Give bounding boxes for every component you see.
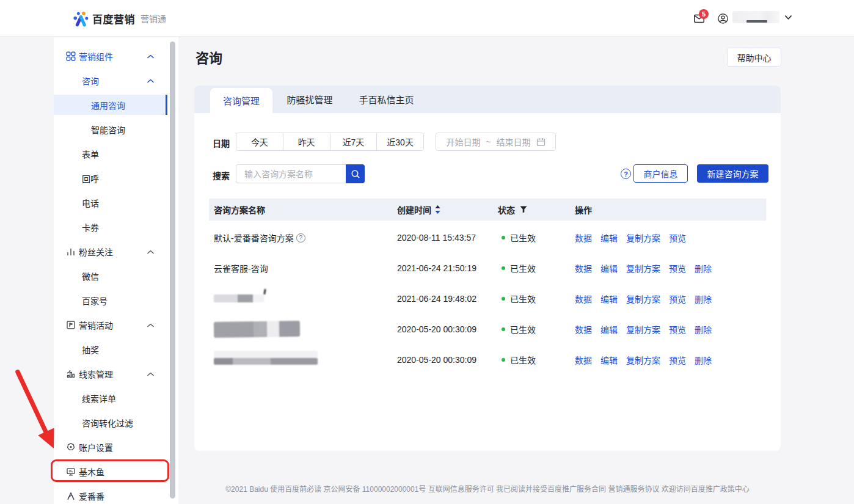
tab-shoubai-private-message[interactable]: 手百私信主页: [354, 86, 418, 113]
tab-anti-harassment[interactable]: 防骚扰管理: [282, 86, 338, 113]
table-body: 默认-爱番番咨询方案?2020-08-11 15:43:57已生效数据编辑复制方…: [209, 222, 766, 375]
action-link-edit[interactable]: 编辑: [600, 262, 618, 274]
sidebar-item-label: 表单: [82, 148, 99, 160]
sidebar-item-label: 咨询转化过滤: [82, 417, 133, 429]
search-input[interactable]: [236, 164, 346, 183]
sidebar-item-label: 线索详单: [82, 392, 116, 404]
page-footer: ©2021 Baidu 使用百度前必读 京公网安备 11000002000001…: [194, 483, 781, 494]
status-dot: [502, 327, 505, 331]
sidebar-item-label: 粉丝关注: [79, 246, 113, 258]
sidebar-item-6[interactable]: 电话: [54, 191, 167, 215]
sidebar-item-18[interactable]: 爱番番: [54, 484, 167, 504]
action-link-preview[interactable]: 预览: [669, 354, 686, 366]
action-link-data[interactable]: 数据: [575, 232, 592, 244]
merchant-info-button[interactable]: 商户信息: [633, 164, 688, 183]
sidebar-item-7[interactable]: 卡券: [54, 215, 167, 239]
redacted-plan-name: [214, 351, 318, 358]
sidebar-item-4[interactable]: 表单: [54, 142, 167, 166]
sidebar-item-label: 营销活动: [79, 319, 113, 331]
chevron-up-icon: [147, 323, 154, 327]
sidebar-item-11[interactable]: 营销活动: [54, 313, 167, 337]
cell-plan-name: [209, 345, 397, 375]
sidebar-item-8[interactable]: 粉丝关注: [54, 239, 167, 264]
sidebar-menu: 营销组件 咨询 通用咨询 智能咨询 表单 回呼 电话 卡券 粉丝关注 微信 百家…: [54, 44, 167, 504]
tab-strip: 咨询管理 防骚扰管理 手百私信主页: [194, 86, 781, 113]
grid-icon: [66, 51, 76, 61]
date-preset-0[interactable]: 今天: [236, 133, 283, 150]
date-preset-1[interactable]: 昨天: [283, 133, 330, 150]
tab-consult-management[interactable]: 咨询管理: [210, 88, 272, 113]
sidebar-item-0[interactable]: 营销组件: [54, 44, 167, 68]
sidebar-item-5[interactable]: 回呼: [54, 166, 167, 191]
date-range-picker[interactable]: 开始日期 ~ 结束日期: [436, 133, 556, 151]
table-header-row: 咨询方案名称 创建时间 状态 操作: [209, 199, 766, 221]
sidebar-item-15[interactable]: 咨询转化过滤: [54, 411, 167, 435]
action-link-copy[interactable]: 复制方案: [626, 354, 660, 366]
sidebar-item-14[interactable]: 线索详单: [54, 386, 167, 411]
table-row: 2021-06-24 19:48:02已生效数据编辑复制方案预览删除: [209, 283, 766, 314]
action-link-edit[interactable]: 编辑: [600, 354, 618, 366]
sidebar-item-2[interactable]: 通用咨询: [54, 93, 167, 117]
action-link-preview[interactable]: 预览: [669, 262, 686, 274]
sidebar-scrollbar-thumb[interactable]: [170, 42, 175, 499]
column-created-time[interactable]: 创建时间: [397, 203, 498, 216]
status-dot: [502, 266, 505, 270]
status-text: 已生效: [510, 232, 536, 244]
date-preset-2[interactable]: 近7天: [330, 133, 377, 150]
action-link-delete[interactable]: 删除: [695, 323, 712, 335]
question-circle-icon[interactable]: ?: [621, 169, 631, 179]
action-link-copy[interactable]: 复制方案: [626, 323, 660, 335]
column-status[interactable]: 状态: [498, 203, 573, 216]
sidebar-item-9[interactable]: 微信: [54, 264, 167, 288]
action-link-copy[interactable]: 复制方案: [626, 293, 660, 305]
action-link-data[interactable]: 数据: [575, 293, 592, 305]
sidebar-item-13[interactable]: 线索管理: [54, 362, 167, 386]
account-name-redacted[interactable]: [732, 11, 779, 23]
table-row: 默认-爱番番咨询方案?2020-08-11 15:43:57已生效数据编辑复制方…: [209, 222, 766, 253]
sidebar-item-12[interactable]: 抽奖: [54, 337, 167, 362]
sidebar-item-1[interactable]: 咨询: [54, 68, 167, 93]
search-button[interactable]: [346, 164, 365, 183]
redaction-bar: [746, 20, 767, 23]
sidebar-item-label: 电话: [82, 197, 99, 209]
cell-actions: 数据编辑复制方案预览删除: [573, 283, 766, 314]
help-center-button[interactable]: 帮助中心: [727, 48, 781, 67]
sidebar-item-16[interactable]: 账户设置: [54, 435, 167, 459]
gear-icon: [66, 442, 76, 452]
action-link-data[interactable]: 数据: [575, 354, 592, 366]
column-plan-name: 咨询方案名称: [209, 203, 397, 216]
action-link-delete[interactable]: 删除: [695, 293, 712, 305]
action-link-edit[interactable]: 编辑: [600, 323, 618, 335]
mail-button[interactable]: 5: [694, 14, 704, 23]
action-link-preview[interactable]: 预览: [669, 323, 686, 335]
notification-badge: 5: [699, 9, 709, 19]
sort-icon[interactable]: [435, 205, 440, 214]
sidebar-item-3[interactable]: 智能咨询: [54, 117, 167, 142]
action-link-copy[interactable]: 复制方案: [626, 262, 660, 274]
action-link-delete[interactable]: 删除: [695, 354, 712, 366]
action-link-preview[interactable]: 预览: [669, 232, 686, 244]
account-avatar-icon[interactable]: [718, 13, 728, 24]
filter-funnel-icon[interactable]: [520, 206, 527, 213]
create-plan-button[interactable]: 新建咨询方案: [697, 164, 768, 183]
table-row: 2020-05-20 00:30:09已生效数据编辑复制方案预览删除: [209, 314, 766, 345]
search-icon: [351, 169, 360, 179]
action-link-delete[interactable]: 删除: [695, 262, 712, 274]
action-link-edit[interactable]: 编辑: [600, 232, 618, 244]
action-link-preview[interactable]: 预览: [669, 293, 686, 305]
date-preset-3[interactable]: 近30天: [376, 133, 423, 150]
account-chevron-down-icon[interactable]: [785, 15, 792, 20]
action-link-copy[interactable]: 复制方案: [626, 232, 660, 244]
chevron-up-icon: [147, 250, 154, 254]
sidebar-item-17[interactable]: 基木鱼: [54, 459, 167, 484]
cell-created-time: 2021-06-24 21:50:19: [397, 253, 498, 283]
date-filter-label: 日期: [213, 137, 230, 149]
action-link-data[interactable]: 数据: [575, 323, 592, 335]
action-link-edit[interactable]: 编辑: [600, 293, 618, 305]
cell-status: 已生效: [498, 345, 573, 375]
date-end-placeholder: 结束日期: [497, 136, 531, 148]
sidebar-item-10[interactable]: 百家号: [54, 288, 167, 313]
help-circle-icon[interactable]: ?: [296, 233, 305, 243]
action-link-data[interactable]: 数据: [575, 262, 592, 274]
sidebar-item-label: 线索管理: [79, 368, 113, 380]
